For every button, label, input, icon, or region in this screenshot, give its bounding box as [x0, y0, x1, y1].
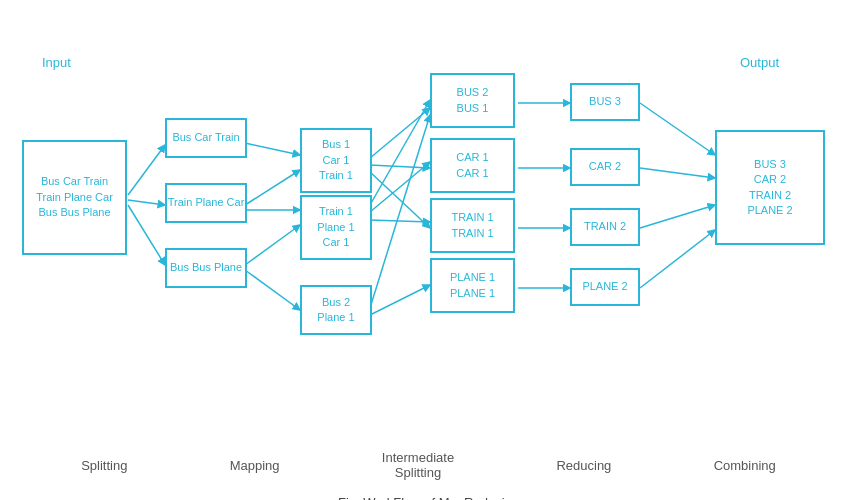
- inter-node-4: PLANE 1 PLANE 1: [430, 258, 515, 313]
- red1-text: BUS 3: [589, 94, 621, 109]
- split3-text: Bus 2 Plane 1: [317, 295, 354, 326]
- svg-line-8: [245, 270, 300, 310]
- inter3-text: TRAIN 1 TRAIN 1: [451, 210, 493, 241]
- inter2-text: CAR 1 CAR 1: [456, 150, 488, 181]
- svg-line-21: [640, 103, 715, 155]
- svg-line-9: [370, 108, 430, 158]
- svg-line-16: [370, 285, 430, 315]
- inter-node-3: TRAIN 1 TRAIN 1: [430, 198, 515, 253]
- svg-line-3: [128, 205, 165, 265]
- red3-text: TRAIN 2: [584, 219, 626, 234]
- map1-text: Bus Car Train: [172, 130, 239, 145]
- red4-text: PLANE 2: [582, 279, 627, 294]
- input-node: Bus Car Train Train Plane Car Bus Bus Pl…: [22, 140, 127, 255]
- map-node-1: Bus Car Train: [165, 118, 247, 158]
- inter-node-1: BUS 2 BUS 1: [430, 73, 515, 128]
- label-splitting: Splitting: [81, 458, 127, 473]
- label-intermediate: IntermediateSplitting: [382, 450, 454, 480]
- fig-caption: Fig. WorkFlow of MapReducing: [0, 490, 857, 500]
- label-reducing: Reducing: [556, 458, 611, 473]
- output-node: BUS 3 CAR 2 TRAIN 2 PLANE 2: [715, 130, 825, 245]
- map2-text: Train Plane Car: [168, 195, 245, 210]
- red2-text: CAR 2: [589, 159, 621, 174]
- svg-line-10: [370, 165, 430, 168]
- inter4-text: PLANE 1 PLANE 1: [450, 270, 495, 301]
- label-combining: Combining: [714, 458, 776, 473]
- svg-line-15: [370, 115, 430, 308]
- map3-text: Bus Bus Plane: [170, 260, 242, 275]
- svg-line-22: [640, 168, 715, 178]
- svg-line-12: [370, 100, 430, 205]
- input-text: Bus Car Train Train Plane Car Bus Bus Pl…: [36, 174, 113, 220]
- svg-line-24: [640, 230, 715, 288]
- diagram-area: Input Bus Car Train Train Plane Car Bus …: [0, 0, 857, 440]
- split1-text: Bus 1 Car 1 Train 1: [319, 137, 353, 183]
- red-node-3: TRAIN 2: [570, 208, 640, 246]
- split2-text: Train 1 Plane 1 Car 1: [317, 204, 354, 250]
- split-node-3: Bus 2 Plane 1: [300, 285, 372, 335]
- footer-labels: Splitting Mapping IntermediateSplitting …: [0, 440, 857, 490]
- svg-line-1: [128, 145, 165, 195]
- svg-line-5: [245, 170, 300, 205]
- svg-line-7: [245, 225, 300, 265]
- output-label: Output: [740, 55, 779, 70]
- svg-line-11: [370, 172, 430, 228]
- svg-line-13: [370, 162, 430, 212]
- map-node-3: Bus Bus Plane: [165, 248, 247, 288]
- inter1-text: BUS 2 BUS 1: [457, 85, 489, 116]
- map-node-2: Train Plane Car: [165, 183, 247, 223]
- red-node-1: BUS 3: [570, 83, 640, 121]
- input-label: Input: [42, 55, 71, 70]
- split-node-1: Bus 1 Car 1 Train 1: [300, 128, 372, 193]
- inter-node-2: CAR 1 CAR 1: [430, 138, 515, 193]
- red-node-4: PLANE 2: [570, 268, 640, 306]
- label-mapping: Mapping: [230, 458, 280, 473]
- svg-line-23: [640, 205, 715, 228]
- split-node-2: Train 1 Plane 1 Car 1: [300, 195, 372, 260]
- red-node-2: CAR 2: [570, 148, 640, 186]
- svg-line-4: [245, 143, 300, 155]
- output-text: BUS 3 CAR 2 TRAIN 2 PLANE 2: [747, 157, 792, 219]
- svg-line-14: [370, 220, 430, 222]
- svg-line-2: [128, 200, 165, 205]
